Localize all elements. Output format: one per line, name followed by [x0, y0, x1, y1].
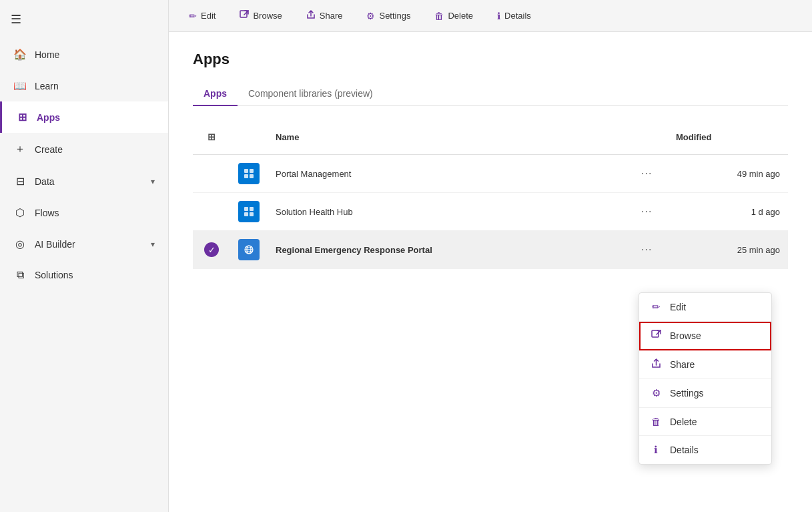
details-icon: ℹ: [650, 444, 662, 456]
svg-rect-8: [250, 212, 254, 216]
learn-icon: 📖: [13, 79, 27, 92]
row-actions-cell[interactable]: ···: [628, 155, 668, 193]
row-name-cell: Solution Health Hub: [268, 193, 628, 231]
svg-rect-0: [240, 11, 247, 17]
context-menu-delete[interactable]: 🗑 Delete: [639, 408, 771, 436]
row-actions-cell[interactable]: ···: [628, 193, 668, 231]
toolbar-settings-button[interactable]: ⚙ Settings: [362, 8, 414, 24]
tab-component-libraries[interactable]: Component libraries (preview): [238, 81, 384, 105]
sidebar-item-apps[interactable]: ⊞ Apps: [0, 101, 168, 133]
toolbar-delete-label: Delete: [448, 11, 473, 21]
svg-rect-7: [244, 212, 248, 216]
col-header-check: ⊞: [193, 119, 230, 155]
context-menu-settings[interactable]: ⚙ Settings: [639, 379, 771, 408]
row-more-button[interactable]: ···: [636, 165, 657, 182]
toolbar-edit-label: Edit: [201, 11, 216, 21]
delete-icon: 🗑: [434, 11, 444, 21]
sidebar-item-label: Flows: [35, 208, 59, 218]
toolbar-browse-label: Browse: [253, 11, 282, 21]
context-menu: ✏ Edit Browse: [639, 292, 772, 465]
settings-icon: ⚙: [650, 387, 662, 399]
toolbar-details-button[interactable]: ℹ Details: [493, 8, 535, 24]
chevron-down-icon: ▾: [151, 177, 155, 186]
home-icon: 🏠: [13, 48, 27, 61]
table-row[interactable]: Portal Management ··· 49 min ago: [193, 155, 788, 193]
row-modified-cell: 25 min ago: [668, 231, 788, 269]
toolbar-delete-button[interactable]: 🗑 Delete: [430, 8, 477, 24]
selected-checkmark: ✓: [204, 242, 219, 257]
sidebar-item-flows[interactable]: ⬡ Flows: [0, 197, 168, 228]
row-more-button[interactable]: ···: [636, 203, 657, 220]
sidebar-item-ai-builder[interactable]: ◎ AI Builder ▾: [0, 228, 168, 260]
grid-select-icon[interactable]: ⊞: [201, 126, 222, 148]
content-area: Apps Apps Component libraries (preview) …: [169, 32, 812, 512]
apps-icon: ⊞: [15, 111, 29, 123]
toolbar-share-label: Share: [320, 11, 343, 21]
sidebar-item-label: Data: [35, 176, 55, 187]
sidebar-item-home[interactable]: 🏠 Home: [0, 39, 168, 70]
row-name-cell: Portal Management: [268, 155, 628, 193]
create-icon: ＋: [13, 142, 27, 156]
svg-rect-2: [250, 169, 254, 173]
ai-builder-icon: ◎: [13, 238, 27, 250]
flows-icon: ⬡: [13, 206, 27, 219]
page-title: Apps: [193, 51, 788, 68]
row-icon-cell: [230, 193, 268, 231]
toolbar-share-button[interactable]: Share: [302, 7, 347, 24]
toolbar-edit-button[interactable]: ✏ Edit: [185, 8, 220, 24]
app-icon: [238, 163, 260, 184]
sidebar-item-data[interactable]: ⊟ Data ▾: [0, 166, 168, 197]
context-menu-edit[interactable]: ✏ Edit: [639, 293, 771, 322]
toolbar: ✏ Edit Browse Share ⚙: [169, 0, 812, 32]
apps-table: ⊞ Name Modified Portal: [193, 119, 788, 269]
app-icon: [238, 239, 260, 260]
row-check-cell: [193, 155, 230, 193]
col-header-modified[interactable]: Modified: [668, 119, 788, 155]
settings-icon: ⚙: [366, 11, 375, 21]
sidebar-item-create[interactable]: ＋ Create: [0, 133, 168, 166]
row-icon-cell: [230, 155, 268, 193]
browse-icon: [240, 10, 249, 21]
tabs: Apps Component libraries (preview): [193, 81, 788, 106]
table-row[interactable]: ✓ Regional Emergency: [193, 231, 788, 269]
sidebar-item-learn[interactable]: 📖 Learn: [0, 70, 168, 101]
row-name-cell: Regional Emergency Response Portal: [268, 231, 628, 269]
col-header-icon: [230, 119, 268, 155]
details-icon: ℹ: [497, 11, 500, 21]
solutions-icon: ⧉: [13, 269, 27, 281]
sidebar: ☰ 🏠 Home 📖 Learn ⊞ Apps ＋ Create ⊟ Data …: [0, 0, 169, 512]
row-modified-cell: 49 min ago: [668, 155, 788, 193]
context-menu-browse[interactable]: Browse: [639, 322, 771, 350]
svg-rect-4: [250, 174, 254, 178]
svg-rect-5: [244, 207, 248, 211]
sidebar-item-label: AI Builder: [35, 239, 75, 250]
edit-icon: ✏: [189, 11, 197, 21]
svg-rect-1: [244, 169, 248, 173]
context-menu-details[interactable]: ℹ Details: [639, 436, 771, 464]
svg-rect-3: [244, 174, 248, 178]
row-actions-cell[interactable]: ···: [628, 231, 668, 269]
hamburger-icon[interactable]: ☰: [11, 12, 21, 27]
row-more-button[interactable]: ···: [636, 241, 657, 258]
col-header-actions: [628, 119, 668, 155]
row-icon-cell: [230, 231, 268, 269]
context-menu-share[interactable]: Share: [639, 350, 771, 379]
toolbar-browse-button[interactable]: Browse: [236, 7, 286, 24]
sidebar-header: ☰: [0, 0, 168, 39]
row-modified-cell: 1 d ago: [668, 193, 788, 231]
share-icon: [306, 10, 316, 21]
toolbar-settings-label: Settings: [379, 11, 410, 21]
data-icon: ⊟: [13, 175, 27, 188]
col-header-name[interactable]: Name: [268, 119, 628, 155]
browse-icon: [650, 330, 662, 342]
sidebar-item-solutions[interactable]: ⧉ Solutions: [0, 260, 168, 290]
sidebar-item-label: Apps: [37, 112, 60, 123]
app-icon: [238, 201, 260, 222]
tab-apps[interactable]: Apps: [193, 81, 238, 105]
svg-rect-6: [250, 207, 254, 211]
sidebar-item-label: Create: [35, 144, 63, 155]
sidebar-item-label: Learn: [35, 81, 59, 91]
sidebar-item-label: Home: [35, 49, 59, 60]
table-row[interactable]: Solution Health Hub ··· 1 d ago: [193, 193, 788, 231]
share-icon: [650, 358, 662, 370]
